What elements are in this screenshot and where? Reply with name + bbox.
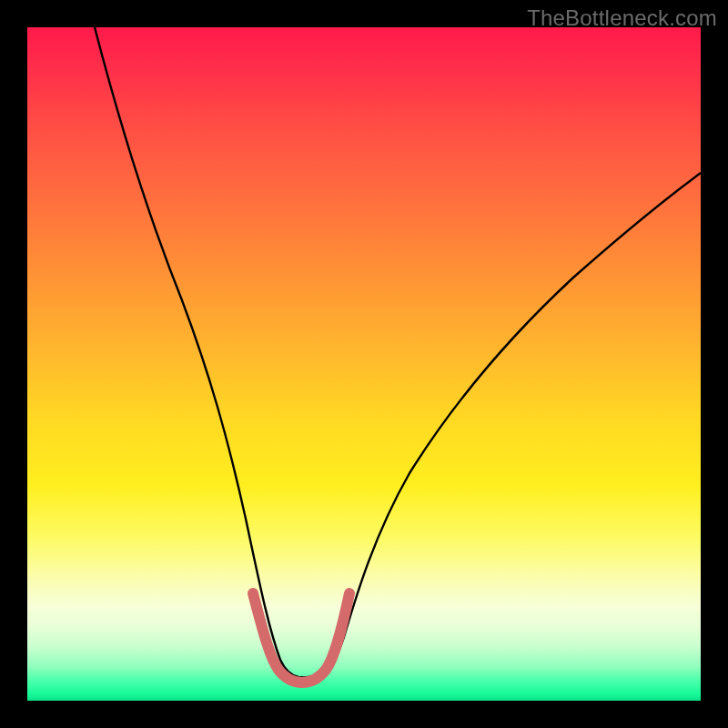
optimal-zone-marker (253, 593, 349, 682)
chart-frame: TheBottleneck.com (0, 0, 728, 728)
plot-area (27, 27, 701, 701)
bottleneck-curve (95, 27, 701, 677)
curve-layer (27, 27, 701, 701)
watermark-text: TheBottleneck.com (527, 5, 717, 31)
